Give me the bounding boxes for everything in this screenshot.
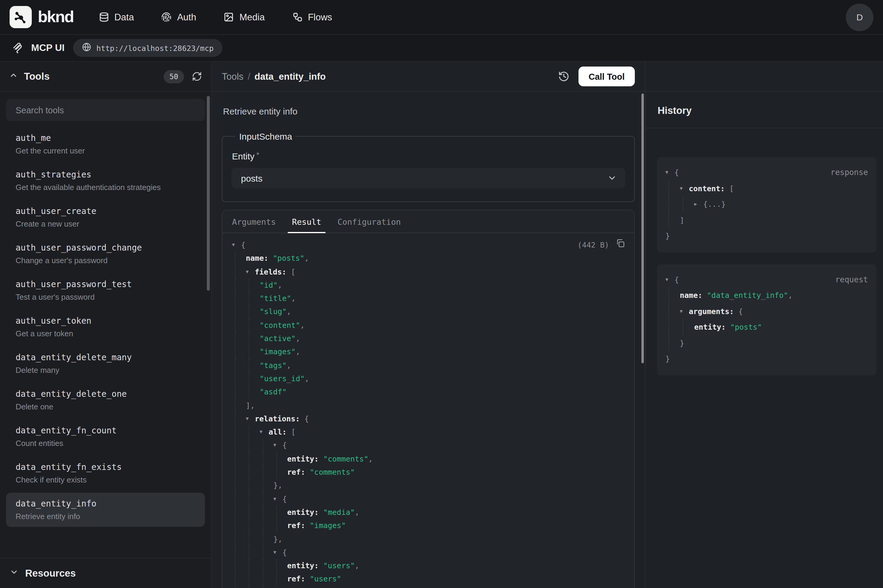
tool-item-data_entity_delete_many[interactable]: data_entity_delete_manyDelete many xyxy=(6,346,205,381)
bknd-logo-text: bknd xyxy=(38,8,73,26)
json-row: ▼{response xyxy=(666,165,868,181)
tool-item-description: Delete many xyxy=(16,366,195,375)
collapse-toggle-icon[interactable]: ▼ xyxy=(666,165,675,181)
image-icon xyxy=(224,12,234,22)
tab-configuration[interactable]: Configuration xyxy=(336,210,402,232)
indent-guide xyxy=(249,466,262,479)
tool-item-auth_user_password_test[interactable]: auth_user_password_testTest a user's pas… xyxy=(6,273,205,308)
tools-header[interactable]: Tools 50 xyxy=(0,62,211,92)
indent-guide xyxy=(235,546,249,560)
indent-guide xyxy=(249,492,262,506)
json-punctuation: , xyxy=(286,305,291,319)
collapse-toggle-icon[interactable]: ▼ xyxy=(666,272,675,288)
json-row: ▼{ xyxy=(232,492,625,506)
json-punctuation: { xyxy=(282,492,287,506)
tab-result[interactable]: Result xyxy=(291,210,322,232)
workflow-icon xyxy=(292,12,303,22)
collapse-toggle-icon[interactable]: ▼ xyxy=(232,238,241,252)
indent-guide xyxy=(249,332,262,345)
tool-item-description: Delete one xyxy=(16,402,195,411)
breadcrumb-current: data_entity_info xyxy=(255,71,326,81)
indent-guide xyxy=(276,559,290,573)
indent-guide xyxy=(669,320,683,335)
history-card-request[interactable]: ▼{requestname: "data_entity_info",▼argum… xyxy=(657,264,876,375)
tab-arguments[interactable]: Arguments xyxy=(231,210,277,232)
json-row: "users_id", xyxy=(232,372,625,386)
json-punctuation: [ xyxy=(291,426,295,439)
indent-guide xyxy=(249,359,262,372)
input-schema-fieldset: InputSchema Entity* posts xyxy=(222,131,635,202)
indent-guide xyxy=(276,506,290,519)
breadcrumb-tools-link[interactable]: Tools xyxy=(222,71,243,81)
json-key: name: xyxy=(680,288,707,304)
json-row: "images", xyxy=(232,345,625,359)
sidebar-scrollbar[interactable] xyxy=(207,96,210,291)
json-string-value: "content" xyxy=(259,319,300,332)
json-row: entity: "posts" xyxy=(666,320,868,335)
bknd-logo[interactable]: bknd xyxy=(10,6,73,28)
indent-guide xyxy=(262,453,276,466)
nav-item-flows[interactable]: Flows xyxy=(292,12,332,22)
json-key: entity: xyxy=(287,559,323,573)
nav-item-media[interactable]: Media xyxy=(224,12,265,22)
json-punctuation: {...} xyxy=(703,196,726,213)
json-key: ref: xyxy=(287,573,310,586)
nav-item-label: Media xyxy=(240,12,265,22)
main-scrollbar[interactable] xyxy=(641,93,644,363)
json-row: name: "data_entity_info", xyxy=(666,288,868,304)
indent-guide xyxy=(276,453,290,466)
json-row: ▼{(442 B) xyxy=(232,238,625,252)
indent-guide xyxy=(683,196,697,213)
tool-item-auth_user_password_change[interactable]: auth_user_password_changeChange a user's… xyxy=(6,237,205,271)
top-nav-items: DataAuthMediaFlows xyxy=(99,12,332,22)
json-punctuation: , xyxy=(291,292,295,305)
json-string-value: "active" xyxy=(259,332,295,345)
indent-guide xyxy=(235,345,249,359)
tool-item-name: data_entity_info xyxy=(16,499,195,508)
indent-guide xyxy=(669,335,683,351)
tool-item-auth_user_token[interactable]: auth_user_tokenGet a user token xyxy=(6,310,205,344)
call-tool-button[interactable]: Call Tool xyxy=(579,66,635,86)
search-tools-input[interactable] xyxy=(14,105,196,116)
history-icon-button[interactable] xyxy=(558,71,570,82)
tool-item-data_entity_delete_one[interactable]: data_entity_delete_oneDelete one xyxy=(6,383,205,417)
json-row: "asdf" xyxy=(232,386,625,399)
indent-guide xyxy=(235,412,249,426)
json-punctuation: , xyxy=(368,453,373,466)
json-key: entity: xyxy=(287,453,323,466)
nav-item-auth[interactable]: Auth xyxy=(162,12,196,22)
indent-guide xyxy=(235,319,249,332)
history-card-response[interactable]: ▼{response▼content: [▶{...}]} xyxy=(657,157,876,252)
indent-guide xyxy=(669,288,683,304)
indent-guide xyxy=(249,506,262,519)
copy-icon[interactable] xyxy=(616,238,625,252)
tool-item-data_entity_fn_exists[interactable]: data_entity_fn_existsCheck if entity exi… xyxy=(6,456,205,490)
resources-header-label: Resources xyxy=(25,568,76,579)
tool-item-auth_me[interactable]: auth_meGet the current user xyxy=(6,127,205,161)
tool-item-auth_user_create[interactable]: auth_user_createCreate a new user xyxy=(6,200,205,234)
nav-item-data[interactable]: Data xyxy=(99,12,134,22)
user-avatar[interactable]: D xyxy=(846,3,873,31)
breadcrumb: Tools/data_entity_info xyxy=(222,71,326,82)
tool-item-auth_strategies[interactable]: auth_strategiesGet the available authent… xyxy=(6,164,205,198)
entity-select[interactable]: posts xyxy=(231,168,625,188)
json-string-value: "users_id" xyxy=(259,372,305,386)
result-json-tree: ▼{(442 B)name: "posts",▼fields: ["id","t… xyxy=(222,233,634,588)
nav-item-label: Data xyxy=(114,12,134,22)
tool-item-data_entity_info[interactable]: data_entity_infoRetrieve entity info xyxy=(6,493,205,527)
tool-item-description: Create a new user xyxy=(16,219,195,228)
json-key: name: xyxy=(246,252,273,266)
mcp-url-pill[interactable]: http://localhost:28623/mcp xyxy=(73,39,222,57)
indent-guide xyxy=(249,479,262,493)
indent-guide xyxy=(249,586,262,588)
json-string-value: "posts" xyxy=(273,252,304,266)
json-string-value: "posts" xyxy=(730,320,762,335)
tools-count-badge: 50 xyxy=(163,70,184,83)
indent-guide xyxy=(235,519,249,532)
resources-header[interactable]: Resources xyxy=(0,558,211,588)
tool-detail-header: Tools/data_entity_info Call Tool xyxy=(211,62,645,92)
json-row: }, xyxy=(232,532,625,546)
tool-item-data_entity_fn_count[interactable]: data_entity_fn_countCount entities xyxy=(6,420,205,454)
refresh-tools-button[interactable] xyxy=(192,71,202,81)
json-string-value: "asdf" xyxy=(259,386,286,399)
